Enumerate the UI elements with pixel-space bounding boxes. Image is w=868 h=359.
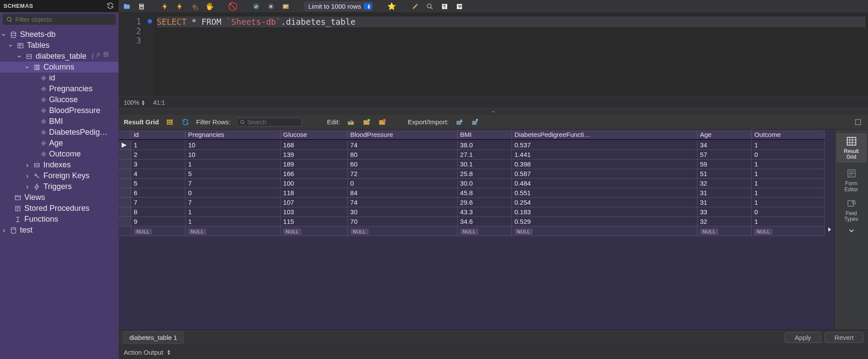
revert-button[interactable]: Revert (825, 332, 864, 343)
cell[interactable]: 25.8 (457, 169, 512, 179)
wrap-cell-icon[interactable] (853, 117, 863, 127)
cell[interactable]: 1 (752, 188, 825, 198)
cell[interactable]: 139 (281, 150, 348, 160)
cell[interactable]: 4 (131, 169, 185, 179)
cell[interactable]: 31 (697, 198, 751, 207)
sidebar-search[interactable] (3, 14, 116, 25)
cell[interactable]: 1 (752, 198, 825, 207)
cell[interactable]: 0 (347, 179, 457, 188)
cell[interactable]: 74 (347, 198, 457, 207)
info-icon[interactable]: i (92, 52, 94, 61)
tree-column-item[interactable]: DiabetesPedig… (0, 127, 119, 138)
beautify-icon[interactable] (410, 2, 420, 11)
tree-indexes[interactable]: Indexes (0, 160, 119, 170)
find-icon[interactable] (425, 2, 435, 11)
cell[interactable]: 0.551 (512, 188, 697, 198)
cell-null[interactable]: NULL (752, 226, 825, 236)
cell[interactable]: 115 (281, 217, 348, 226)
cell[interactable]: 1 (185, 160, 281, 169)
cell[interactable]: 1.441 (512, 150, 697, 160)
cell[interactable]: 1 (185, 207, 281, 217)
cell[interactable]: 168 (281, 140, 348, 150)
row-gutter[interactable] (119, 169, 131, 179)
editor-code[interactable]: SELECT * FROM `Sheets-db`.diabetes_table (154, 13, 868, 96)
refresh-icon[interactable] (106, 1, 115, 10)
tree-column-item[interactable]: Outcome (0, 149, 119, 160)
cell[interactable]: 0.587 (512, 169, 697, 179)
cell-null[interactable]: NULL (347, 226, 457, 236)
cell[interactable]: 30.1 (457, 160, 512, 169)
cell[interactable]: 72 (347, 169, 457, 179)
cell[interactable]: 0.484 (512, 179, 697, 188)
cell[interactable]: 0 (752, 207, 825, 217)
tree-column-item[interactable]: id (0, 73, 119, 83)
cell[interactable]: 10 (185, 140, 281, 150)
result-grid-icon[interactable] (165, 117, 175, 127)
cell[interactable]: 9 (131, 217, 185, 226)
cell[interactable]: 45.8 (457, 188, 512, 198)
cell[interactable]: 29.6 (457, 198, 512, 207)
code-line[interactable] (157, 38, 865, 49)
action-output-bar[interactable]: Action Output ▴▾ (119, 345, 868, 359)
code-line[interactable]: SELECT * FROM `Sheets-db`.diabetes_table (157, 17, 865, 27)
tree-column-item[interactable]: Glucose (0, 94, 119, 105)
row-gutter[interactable] (119, 198, 131, 207)
cell-null[interactable]: NULL (185, 226, 281, 236)
cell[interactable]: 166 (281, 169, 348, 179)
add-row-icon[interactable] (362, 117, 371, 127)
table-row[interactable]: 771077429.60.254311 (119, 198, 825, 207)
cell[interactable]: 32 (697, 217, 751, 226)
commit-icon[interactable] (251, 2, 261, 11)
cell[interactable]: 57 (697, 150, 751, 160)
execute-current-icon[interactable]: I (175, 2, 185, 11)
cell[interactable]: 1 (752, 160, 825, 169)
tab-result-grid[interactable]: Result Grid (836, 133, 867, 163)
table-row[interactable]: 451667225.80.587511 (119, 169, 825, 179)
cell[interactable]: 0 (752, 150, 825, 160)
zoom-stepper-icon[interactable]: ▴▾ (142, 100, 145, 105)
tree-column-item[interactable]: BMI (0, 116, 119, 127)
table-row[interactable]: 601188445.80.551311 (119, 188, 825, 198)
column-header[interactable]: Glucose (281, 130, 348, 140)
zoom-control[interactable]: 100% ▴▾ (124, 99, 145, 106)
toggle-whitespace-icon[interactable] (281, 2, 290, 11)
cell[interactable]: 3 (131, 160, 185, 169)
result-splitter[interactable] (119, 109, 868, 115)
execute-icon[interactable] (160, 2, 170, 11)
cell-null[interactable]: NULL (512, 226, 697, 236)
tab-more[interactable] (846, 227, 857, 234)
cell[interactable]: 7 (185, 179, 281, 188)
column-header[interactable]: Pregnancies (185, 130, 281, 140)
cell[interactable]: 30.0 (457, 179, 512, 188)
cell[interactable]: 118 (281, 188, 348, 198)
cell[interactable]: 51 (697, 169, 751, 179)
tree-stored-procedures[interactable]: Stored Procedures (0, 203, 119, 214)
filter-rows-input[interactable] (237, 118, 302, 126)
explain-icon[interactable] (190, 2, 199, 11)
code-line[interactable] (157, 27, 865, 38)
table-row[interactable]: 57100030.00.484321 (119, 179, 825, 188)
column-header[interactable]: BMI (457, 130, 512, 140)
wrench-icon[interactable] (96, 52, 101, 61)
cell[interactable]: 74 (347, 140, 457, 150)
cell[interactable]: 59 (697, 160, 751, 169)
cell[interactable]: 107 (281, 198, 348, 207)
column-header[interactable]: BloodPressure (347, 130, 457, 140)
cell[interactable]: 0.398 (512, 160, 697, 169)
filter-objects-input[interactable] (15, 16, 112, 23)
tree-columns[interactable]: Columns (0, 62, 119, 73)
invisible-chars-icon[interactable]: ¶ (440, 2, 449, 11)
cell[interactable]: 1 (752, 169, 825, 179)
cell[interactable]: 70 (347, 217, 457, 226)
tree-column-item[interactable]: Pregnancies (0, 83, 119, 94)
refresh-result-icon[interactable] (181, 117, 190, 127)
cell[interactable]: 32 (697, 179, 751, 188)
cell[interactable]: 33 (697, 207, 751, 217)
cell[interactable]: 189 (281, 160, 348, 169)
cell[interactable]: 8 (131, 207, 185, 217)
cell[interactable]: 43.3 (457, 207, 512, 217)
column-header[interactable]: Outcome (752, 130, 825, 140)
table-row[interactable]: 2101398027.11.441570 (119, 150, 825, 160)
open-file-icon[interactable] (122, 2, 132, 11)
export-icon[interactable] (455, 117, 464, 127)
